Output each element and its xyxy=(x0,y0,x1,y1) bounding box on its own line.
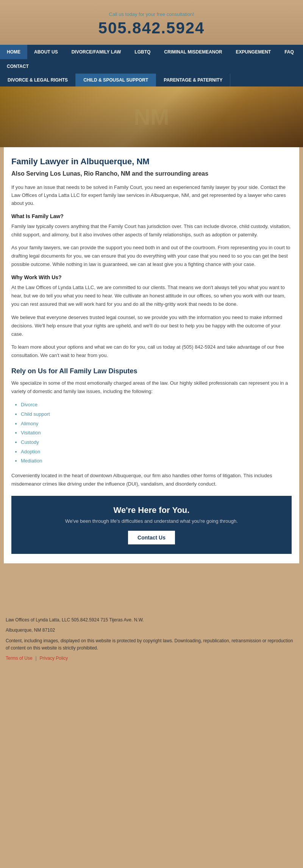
cta-subtitle: We've been through life's difficulties a… xyxy=(19,518,284,524)
page-title: Family Lawyer in Albuquerque, NM xyxy=(11,157,292,167)
hero-image: NM xyxy=(0,86,303,147)
intro-text: If you have an issue that needs to be so… xyxy=(11,184,292,207)
footer-copyright: Content, including images, displayed on … xyxy=(6,637,297,652)
section3-title: Rely on Us for All Family Law Disputes xyxy=(11,367,292,375)
section2-p1: At the Law Offices of Lynda Latta LLC, w… xyxy=(11,283,292,308)
list-item-alimony: Alimony xyxy=(21,419,292,429)
main-nav: HOME ABOUT US DIVORCE/FAMILY LAW LGBTQ C… xyxy=(0,45,303,74)
nav-divorce[interactable]: DIVORCE/FAMILY LAW xyxy=(65,45,128,59)
list-item-visitation: Visitation xyxy=(21,428,292,438)
terms-link[interactable]: Terms of Use xyxy=(6,656,33,661)
tab-divorce-rights[interactable]: DIVORCE & LEGAL RIGHTS xyxy=(0,74,76,86)
privacy-link[interactable]: Privacy Policy xyxy=(40,656,68,661)
section2-p2: We believe that everyone deserves truste… xyxy=(11,313,292,338)
section1-p2: As your family lawyers, we can provide t… xyxy=(11,244,292,269)
top-header: Call us today for your free consultation… xyxy=(0,0,303,45)
nav-contact[interactable]: CONTACT xyxy=(0,59,36,74)
footer-spacer xyxy=(0,563,303,609)
cta-box: We're Here for You. We've been through l… xyxy=(11,496,292,554)
tab-bar: DIVORCE & LEGAL RIGHTS CHILD & SPOUSAL S… xyxy=(0,74,303,86)
section3-p1: We specialize in some of the most emotio… xyxy=(11,379,292,396)
nav-about[interactable]: ABOUT US xyxy=(27,45,65,59)
nav-expungement[interactable]: EXPUNGEMENT xyxy=(229,45,278,59)
list-item-adoption: Adoption xyxy=(21,447,292,457)
list-item-child-support: Child support xyxy=(21,410,292,419)
nav-criminal[interactable]: CRIMINAL MISDEMEANOR xyxy=(157,45,229,59)
section2-heading: Why Work With Us? xyxy=(11,274,292,280)
footer-address-line1: Law Offices of Lynda Latta, LLC 505.842.… xyxy=(6,616,297,624)
phone-number: 505.842.5924 xyxy=(8,19,295,37)
footer-links: Terms of Use | Privacy Policy xyxy=(6,655,297,661)
contact-us-button[interactable]: Contact Us xyxy=(128,531,175,544)
footer-separator: | xyxy=(36,656,37,661)
list-item-divorce: Divorce xyxy=(21,400,292,410)
section2-p3: To learn more about your options and wha… xyxy=(11,343,292,360)
section1-heading: What Is Family Law? xyxy=(11,213,292,219)
nav-home[interactable]: HOME xyxy=(0,45,27,59)
section3-p2: Conveniently located in the heart of dow… xyxy=(11,472,292,488)
subtitle: Also Serving Los Lunas, Rio Rancho, NM a… xyxy=(11,170,292,178)
footer: Law Offices of Lynda Latta, LLC 505.842.… xyxy=(0,609,303,665)
tab-child-spousal[interactable]: CHILD & SPOUSAL SUPPORT xyxy=(76,74,156,86)
list-item-mediation: Mediation xyxy=(21,456,292,466)
call-text: Call us today for your free consultation… xyxy=(8,11,295,17)
list-item-custody: Custody xyxy=(21,438,292,447)
nav-lgbtq[interactable]: LGBTQ xyxy=(128,45,157,59)
section1-p1: Family law typically covers anything tha… xyxy=(11,222,292,239)
nav-faq[interactable]: FAQ xyxy=(278,45,301,59)
cta-title: We're Here for You. xyxy=(19,505,284,515)
practice-list: Divorce Child support Alimony Visitation… xyxy=(21,400,292,466)
footer-address-line2: Albuquerque, NM 87102 xyxy=(6,627,297,634)
tab-parentage[interactable]: PARENTAGE & PATERNITY xyxy=(156,74,230,86)
main-content: Family Lawyer in Albuquerque, NM Also Se… xyxy=(4,147,299,563)
